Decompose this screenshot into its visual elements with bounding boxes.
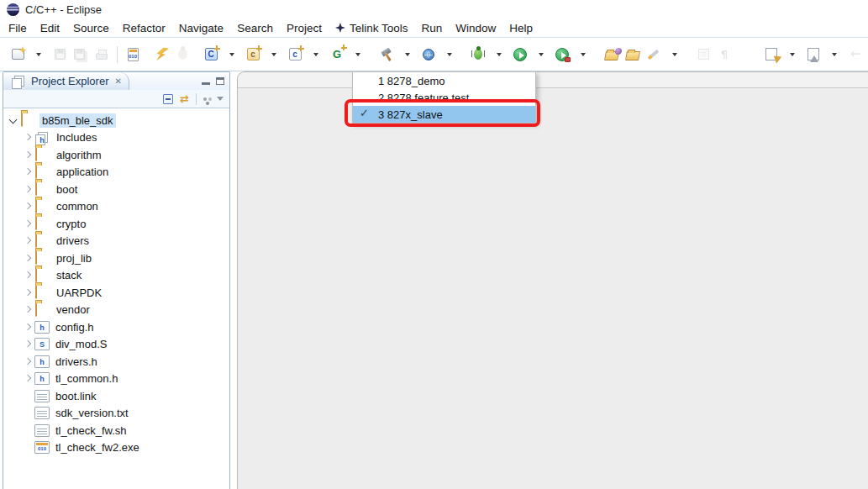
mark-occurrences-button[interactable] [694, 44, 713, 66]
binary-file-button[interactable]: 010 [124, 44, 142, 66]
new-c-class-button[interactable]: C [202, 44, 220, 66]
tree-item-tl-check-fw2-exe[interactable]: 010 tl_check_fw2.exe [3, 439, 229, 457]
menu-run[interactable]: Run [415, 20, 450, 36]
tab-project-explorer[interactable]: Project Explorer ✕ [3, 72, 129, 90]
tree-item-config-h[interactable]: h config.h [3, 318, 229, 336]
tree-item-stack[interactable]: stack [3, 267, 229, 285]
show-whitespace-button[interactable]: ¶ [715, 44, 734, 66]
expand-arrow-icon[interactable] [23, 236, 33, 246]
menu-help[interactable]: Help [502, 20, 539, 36]
new-cpp-file-dropdown[interactable] [307, 44, 325, 66]
expand-arrow-icon[interactable] [23, 218, 33, 229]
expand-arrow-icon[interactable] [23, 184, 33, 194]
up-document-icon [808, 48, 819, 60]
new-c-file-dropdown[interactable] [265, 44, 283, 66]
flash-download-button[interactable] [152, 44, 171, 66]
tree-item-crypto[interactable]: crypto [3, 215, 229, 233]
bug-tool-button[interactable] [173, 44, 192, 66]
menu-telink-tools[interactable]: Telink Tools [329, 20, 415, 36]
build-dropdown[interactable] [398, 44, 417, 66]
tree-item-application[interactable]: application [3, 164, 229, 181]
folder-icon [35, 199, 37, 213]
save-button[interactable] [50, 44, 69, 66]
tree-item-proj-lib[interactable]: proj_lib [3, 250, 229, 267]
last-edit-dropdown[interactable] [783, 44, 802, 66]
menu-window[interactable]: Window [449, 20, 502, 36]
debug-button[interactable] [469, 44, 487, 66]
menu-item-8278-feature-test[interactable]: 2 8278 feature test [353, 89, 535, 106]
build-target-dropdown[interactable] [440, 44, 459, 66]
expand-arrow-icon[interactable] [23, 167, 33, 177]
menu-edit[interactable]: Edit [34, 20, 66, 36]
tree-root-project[interactable]: b85m_ble_sdk [3, 112, 229, 129]
pilcrow-icon: ¶ [721, 49, 728, 60]
expand-arrow-icon[interactable] [23, 133, 33, 143]
new-wizard-dropdown[interactable] [29, 44, 48, 66]
run-external-dropdown[interactable] [574, 44, 592, 66]
tree-item-div-mod-s[interactable]: S div_mod.S [3, 336, 229, 354]
go-into-edit-dropdown[interactable] [825, 44, 844, 66]
link-with-editor-icon[interactable]: ⇄ [180, 92, 189, 105]
minimize-icon[interactable] [202, 77, 210, 85]
run-icon [513, 48, 527, 61]
expand-arrow-icon[interactable] [23, 150, 33, 160]
tree-item-drivers[interactable]: drivers [3, 233, 229, 250]
expand-arrow-icon[interactable] [23, 202, 33, 212]
menu-refactor[interactable]: Refactor [116, 20, 172, 36]
checkmark-icon: ✓ [360, 107, 369, 119]
new-g-dropdown[interactable] [349, 44, 367, 66]
debug-dropdown[interactable] [490, 44, 508, 66]
new-c-class-dropdown[interactable] [223, 44, 241, 66]
collapse-all-icon[interactable] [163, 94, 173, 104]
back-disabled-button[interactable]: ← [846, 44, 865, 66]
globe-icon [423, 49, 434, 60]
menu-project[interactable]: Project [280, 20, 329, 36]
run-dropdown[interactable] [532, 44, 550, 66]
expand-arrow-icon[interactable] [8, 115, 18, 125]
tree-item-algorithm[interactable]: algorithm [3, 146, 229, 164]
new-c-file-button[interactable]: c [244, 44, 262, 66]
build-button[interactable] [377, 44, 396, 66]
close-icon[interactable]: ✕ [114, 76, 121, 86]
expand-arrow-icon[interactable] [23, 339, 33, 350]
run-external-button[interactable] [553, 44, 571, 66]
expand-arrow-icon[interactable] [23, 374, 33, 384]
expand-arrow-icon[interactable] [23, 356, 33, 366]
menu-file[interactable]: File [2, 20, 34, 36]
tree-item-sdk-version-txt[interactable]: sdk_version.txt [3, 405, 229, 423]
tree-item-common[interactable]: common [3, 198, 229, 216]
expand-arrow-icon[interactable] [23, 271, 33, 281]
menu-navigate[interactable]: Navigate [172, 20, 230, 36]
expand-arrow-icon[interactable] [23, 322, 33, 332]
last-edit-location-button[interactable] [762, 44, 781, 66]
tree-item-boot[interactable]: boot [3, 181, 229, 198]
menu-source[interactable]: Source [66, 20, 116, 36]
new-g-button[interactable]: G [328, 44, 346, 66]
menu-item-827x-slave[interactable]: ✓ 3 827x_slave [353, 106, 535, 123]
build-target-button[interactable] [419, 44, 438, 66]
tree-item-drivers-h[interactable]: h drivers.h [3, 353, 229, 371]
go-into-edit-button[interactable] [804, 44, 823, 66]
tree-item-tl-check-fw-sh[interactable]: tl_check_fw.sh [3, 422, 229, 439]
tree-item-vendor[interactable]: vendor [3, 302, 229, 319]
open-project-button[interactable] [602, 44, 621, 66]
expand-arrow-icon[interactable] [23, 287, 33, 297]
tree-item-boot-link[interactable]: boot.link [3, 387, 229, 405]
print-button[interactable] [92, 44, 111, 66]
menu-search[interactable]: Search [230, 20, 280, 36]
open-folder-button[interactable] [623, 44, 642, 66]
expand-arrow-icon[interactable] [23, 305, 33, 315]
save-all-button[interactable] [71, 44, 90, 66]
new-cpp-file-button[interactable]: c [286, 44, 304, 66]
run-button[interactable] [511, 44, 529, 66]
expand-arrow-icon[interactable] [23, 253, 33, 263]
tree-item-uarpdk[interactable]: UARPDK [3, 284, 229, 302]
tree-item-tl-common-h[interactable]: h tl_common.h [3, 371, 229, 388]
new-wizard-button[interactable] [8, 44, 27, 66]
flash-erase-button[interactable] [644, 44, 663, 66]
menu-item-8278-demo[interactable]: 1 8278_demo [353, 72, 535, 89]
maximize-icon[interactable] [216, 77, 224, 85]
flash-erase-dropdown[interactable] [665, 44, 684, 66]
tree-item-includes[interactable]: h Includes [3, 129, 229, 147]
view-menu-button[interactable] [203, 97, 224, 101]
